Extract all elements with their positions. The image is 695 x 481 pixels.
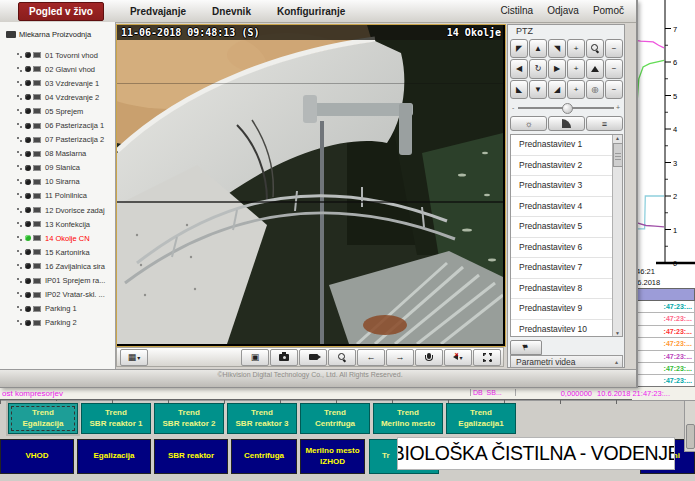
preset-scrollbar-thumb[interactable] (613, 143, 623, 167)
camera-tree-item-16-zavijalnica-sira[interactable]: 16 Zavijalnica sira (16, 259, 115, 273)
camera-tree-item-13-konfekcija[interactable]: 13 Konfekcija (16, 217, 115, 231)
camera-tree-item-10-sirarna[interactable]: 10 Sirarna (16, 175, 115, 189)
video-feed[interactable]: 11-06-2018 09:48:13 (S) 14 Okolje (116, 24, 506, 347)
scroll-up-icon[interactable]: ▲ (613, 135, 622, 141)
trend-button-centrifuga[interactable]: TrendCentrifuga (300, 403, 370, 434)
camera-tree-item-parking-2[interactable]: Parking 2 (16, 316, 115, 330)
camera-tree-item-05-sprejem[interactable]: 05 Sprejem (16, 104, 115, 118)
slider-minus[interactable]: - (512, 104, 514, 111)
camera-tree-item-07-pasterizacija-2[interactable]: 07 Pasterizacija 2 (16, 133, 115, 147)
mic-button[interactable] (415, 349, 443, 366)
video-parameters-bar[interactable]: Parametri videa ▴ (510, 355, 623, 368)
trend-button-egalizacija1[interactable]: TrendEgalizacija1 (446, 403, 516, 434)
light-glyph: ☼ (524, 119, 532, 129)
preset-item-prednastavitev-4[interactable]: Prednastavitev 4 (511, 197, 622, 218)
camera-tree-item-12-dvorisce-zadaj[interactable]: 12 Dvorisce zadaj (16, 203, 115, 217)
camera-tree-item-11-polnilnica[interactable]: 11 Polnilnica (16, 189, 115, 203)
pan-down-right-button[interactable]: ◢ (548, 80, 566, 99)
close-all-view-button[interactable]: ▣ (241, 349, 269, 366)
call-preset-button[interactable]: ⚑ (510, 340, 542, 355)
focus-in-button[interactable]: + (567, 59, 585, 78)
trend-button-merilno-mesto[interactable]: TrendMerilno mesto (373, 403, 443, 434)
iris-icon: ◎ (592, 85, 599, 94)
preset-item-prednastavitev-10[interactable]: Prednastavitev 10 (511, 320, 622, 338)
camera-tree-item-14-okolje-cn[interactable]: 14 Okolje CN (16, 231, 115, 245)
pan-down-button[interactable]: ▼ (529, 80, 547, 99)
audio-button[interactable]: ▾ (444, 349, 472, 366)
iris-out-button[interactable]: − (605, 80, 623, 99)
menu-tab-pogled-v-ivo[interactable]: Pogled v živo (18, 2, 104, 21)
preset-item-prednastavitev-9[interactable]: Prednastavitev 9 (511, 299, 622, 320)
menu-item-pomo[interactable]: Pomoč (593, 5, 624, 16)
prev-page-button[interactable]: ← (357, 349, 385, 366)
preset-item-prednastavitev-2[interactable]: Prednastavitev 2 (511, 156, 622, 177)
pan-right-button[interactable]: ▶ (548, 59, 566, 78)
snapshot-button[interactable] (270, 349, 298, 366)
dome-camera-icon (25, 52, 31, 58)
pan-up-right-button[interactable]: ◥ (548, 39, 566, 58)
preset-item-prednastavitev-8[interactable]: Prednastavitev 8 (511, 279, 622, 300)
scrollbar-thumb[interactable] (686, 424, 695, 449)
digital-zoom-button[interactable] (328, 349, 356, 366)
preset-item-prednastavitev-5[interactable]: Prednastavitev 5 (511, 217, 622, 238)
camera-tree-item-ip02-vratar-skl[interactable]: IP02 Vratar-skl. ... (16, 288, 115, 302)
camera-tree-item-02-glavni-vhod[interactable]: 02 Glavni vhod (16, 62, 115, 76)
layout-button[interactable]: ▦▾ (120, 349, 148, 366)
iris-in-button[interactable]: + (567, 80, 585, 99)
scroll-down-icon[interactable]: ▼ (613, 330, 622, 336)
menu-item-odjava[interactable]: Odjava (547, 5, 579, 16)
pan-up-left-button[interactable]: ◤ (510, 39, 528, 58)
menu-item-cistilna[interactable]: Cistilna (500, 5, 533, 16)
fullscreen-button[interactable] (473, 349, 501, 366)
camera-tree-item-08-maslarna[interactable]: 08 Maslarna (16, 147, 115, 161)
camera-tree-item-06-pasterizacija-1[interactable]: 06 Pasterizacija 1 (16, 118, 115, 132)
pan-down-left-button[interactable]: ◣ (510, 80, 528, 99)
nav-button-egalizacija[interactable]: Egalizacija (77, 439, 151, 474)
preset-item-prednastavitev-7[interactable]: Prednastavitev 7 (511, 258, 622, 279)
zoom-in-button[interactable]: + (567, 39, 585, 58)
slider-thumb[interactable] (562, 103, 573, 114)
preset-list: Prednastavitev 1Prednastavitev 2Prednast… (510, 134, 623, 337)
light-button[interactable]: ☼ (510, 116, 547, 131)
trend-button-sbr-reaktor-1[interactable]: TrendSBR reaktor 1 (81, 403, 151, 434)
camera-tree-item-ip01-sprejem-ra[interactable]: IP01 Sprejem ra... (16, 274, 115, 288)
preset-item-prednastavitev-3[interactable]: Prednastavitev 3 (511, 176, 622, 197)
focus-out-button[interactable]: − (605, 59, 623, 78)
menu-tab-dnevnik[interactable]: Dnevnik (212, 6, 251, 17)
camera-group-root[interactable]: Mlekarna Proizvodnja (6, 30, 91, 39)
slider-plus[interactable]: + (616, 104, 620, 111)
nav-button-sbr-reaktor[interactable]: SBR reaktor (154, 439, 228, 474)
pan-up-button[interactable]: ▲ (529, 39, 547, 58)
next-page-button[interactable]: → (386, 349, 414, 366)
auto-pan-button[interactable]: ↻ (529, 59, 547, 78)
nav-button-vhod[interactable]: VHOD (0, 439, 74, 474)
zoom-out-button[interactable]: − (605, 39, 623, 58)
camera-tree-item-01-tovorni-vhod[interactable]: 01 Tovorni vhod (16, 48, 115, 62)
record-button[interactable] (299, 349, 327, 366)
menu-tab-predvajanje[interactable]: Predvajanje (130, 6, 186, 17)
menu-button[interactable]: ≡ (586, 116, 623, 131)
camera-tree-item-03-vzdrevanje-1[interactable]: 03 Vzdrevanje 1 (16, 76, 115, 90)
pan-left-button[interactable]: ◀ (510, 59, 528, 78)
camera-tree-item-parking-1[interactable]: Parking 1 (16, 302, 115, 316)
zoom-icon[interactable] (586, 39, 604, 58)
trend-button-sbr-reaktor-3[interactable]: TrendSBR reaktor 3 (227, 403, 297, 434)
nav-button-centrifuga[interactable]: Centrifuga (231, 439, 297, 474)
trend-button-egalizacija[interactable]: TrendEgalizacija (8, 403, 78, 434)
trend-button-sbr-reaktor-2[interactable]: TrendSBR reaktor 2 (154, 403, 224, 434)
preset-item-prednastavitev-1[interactable]: Prednastavitev 1 (511, 135, 622, 156)
camera-tree-item-15-kartonirka[interactable]: 15 Kartonirka (16, 245, 115, 259)
focus-in-glyph: + (574, 64, 579, 73)
camera-tree-item-04-vzdrevanje-2[interactable]: 04 Vzdrevanje 2 (16, 90, 115, 104)
ptz-speed-slider[interactable]: - + (512, 103, 620, 113)
camera-tree-item-09-slanica[interactable]: 09 Slanica (16, 161, 115, 175)
nav-button-izhod[interactable]: Merilno mestoIZHOD (300, 439, 365, 474)
preset-item-prednastavitev-6[interactable]: Prednastavitev 6 (511, 238, 622, 259)
preset-scrollbar[interactable]: ▲ ▼ (612, 135, 622, 336)
menu-tab-konfiguriranje[interactable]: Konfiguriranje (277, 6, 345, 17)
background-scrollbar[interactable] (684, 400, 695, 452)
trend-timestamp-cell: 10.6.2018 21:47:23:... (597, 389, 670, 398)
focus-icon[interactable] (586, 59, 604, 78)
iris-icon[interactable]: ◎ (586, 80, 604, 99)
wiper-button[interactable] (548, 116, 585, 131)
